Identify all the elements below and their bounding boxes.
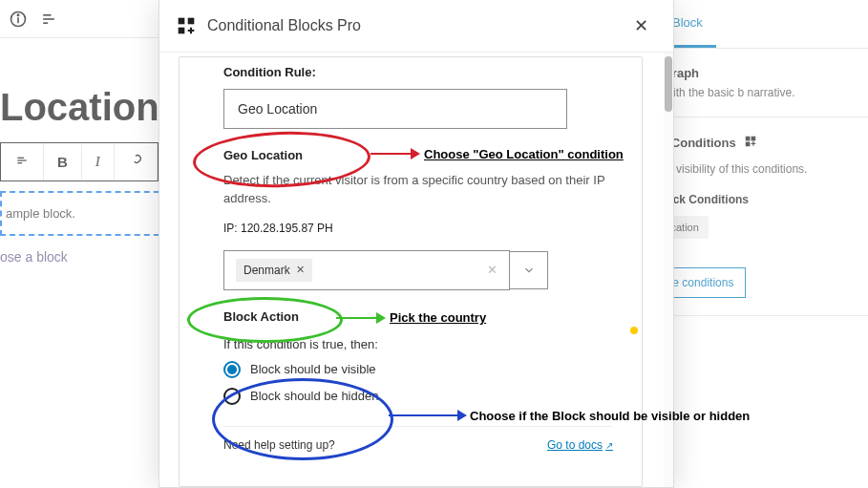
scrollbar-thumb[interactable]: [665, 56, 672, 112]
condition-rule-select[interactable]: Geo Location: [223, 89, 567, 129]
conditional-blocks-icon: [177, 16, 196, 35]
modal-body: Condition Rule: Geo Location Geo Locatio…: [159, 53, 662, 487]
radio-visible-input[interactable]: [223, 361, 241, 378]
ip-info: IP: 120.28.195.87 PH: [223, 222, 613, 235]
geo-location-desc: Detect if the current visitor is from a …: [223, 172, 613, 208]
help-text: Need help setting up?: [223, 438, 335, 452]
modal-title: Conditional Blocks Pro: [207, 17, 361, 34]
svg-rect-13: [188, 18, 195, 25]
modal-header: Conditional Blocks Pro ✕: [159, 0, 673, 53]
svg-rect-12: [179, 18, 185, 25]
radio-visible-label: Block should be visible: [250, 362, 376, 376]
close-icon[interactable]: ✕: [626, 11, 656, 40]
unsaved-changes-icon: [630, 327, 638, 334]
svg-rect-14: [179, 28, 185, 34]
block-action-intro: If this condition is true, then:: [223, 337, 613, 351]
clear-all-icon[interactable]: ✕: [487, 263, 498, 277]
scrollbar-track[interactable]: [664, 53, 673, 487]
country-dropdown-toggle[interactable]: [510, 251, 548, 289]
country-select[interactable]: Denmark ✕ ✕: [223, 250, 510, 290]
radio-hidden-input[interactable]: [223, 388, 241, 405]
radio-hidden[interactable]: Block should be hidden: [223, 388, 613, 405]
radio-visible[interactable]: Block should be visible: [223, 361, 613, 378]
radio-hidden-label: Block should be hidden: [250, 389, 378, 403]
remove-country-icon[interactable]: ✕: [296, 264, 305, 276]
docs-link[interactable]: Go to docs↗: [547, 438, 613, 452]
conditional-blocks-modal: Conditional Blocks Pro ✕ Condition Rule:…: [159, 0, 674, 488]
country-tag-label: Denmark: [243, 264, 290, 277]
geo-location-heading: Geo Location: [223, 148, 613, 162]
block-action-label: Block Action: [223, 309, 613, 324]
condition-rule-label: Condition Rule:: [223, 65, 613, 79]
country-tag: Denmark ✕: [236, 259, 312, 282]
external-link-icon: ↗: [605, 440, 613, 451]
